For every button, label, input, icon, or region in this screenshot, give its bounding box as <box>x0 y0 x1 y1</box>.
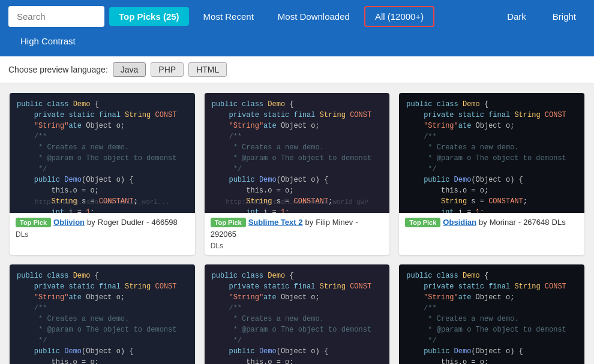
theme-card-1: public class Demo { private static final… <box>10 93 195 255</box>
lang-html-button[interactable]: HTML <box>188 62 227 77</box>
theme-dl-label-3: DLs <box>552 218 566 227</box>
bright-button[interactable]: Bright <box>543 7 586 26</box>
theme-card-5: public class Demo { private static final… <box>205 264 390 364</box>
all-button[interactable]: All (12000+) <box>364 6 434 27</box>
theme-downloads-2: 292065 <box>211 230 236 239</box>
search-input[interactable] <box>8 6 104 27</box>
theme-downloads-3: 267648 <box>523 218 549 227</box>
dark-button[interactable]: Dark <box>497 7 536 26</box>
most-downloaded-button[interactable]: Most Downloaded <box>268 7 359 26</box>
top-picks-button[interactable]: Top Picks (25) <box>109 7 189 26</box>
code-preview-1[interactable]: public class Demo { private static final… <box>10 93 195 213</box>
theme-author-1: by <box>87 218 95 227</box>
theme-card-4: public class Demo { private static final… <box>10 264 195 364</box>
lang-java-button[interactable]: Java <box>113 62 146 77</box>
theme-card-2: public class Demo { private static final… <box>205 93 390 255</box>
theme-name-2[interactable]: Sublime Text 2 <box>248 218 303 227</box>
high-contrast-button[interactable]: High Contrast <box>11 32 85 50</box>
theme-author-name-2: Filip Minev <box>316 218 353 227</box>
theme-downloads-sep-1: - <box>146 218 149 227</box>
theme-card-3: public class Demo { private static final… <box>399 93 584 255</box>
card-dl-2: DLs <box>211 242 384 250</box>
theme-author-3: by <box>479 218 487 227</box>
card-info-1: Top Pick Oblivion by Roger Dudler - 4665… <box>10 213 195 243</box>
code-preview-2[interactable]: public class Demo { private static final… <box>205 93 390 213</box>
code-preview-3[interactable]: public class Demo { private static final… <box>399 93 584 213</box>
code-preview-6[interactable]: public class Demo { private static final… <box>399 264 584 364</box>
top-pick-badge-1: Top Pick <box>16 218 51 227</box>
theme-downloads-1: 466598 <box>151 218 177 227</box>
theme-card-6: public class Demo { private static final… <box>399 264 584 364</box>
theme-name-1[interactable]: Oblivion <box>53 218 85 227</box>
card-info-2: Top Pick Sublime Text 2 by Filip Minev -… <box>205 213 390 255</box>
theme-author-name-3: Morinar <box>490 218 516 227</box>
lang-php-button[interactable]: PHP <box>151 62 184 77</box>
theme-downloads-sep-2: - <box>355 218 358 227</box>
card-dl-1: DLs <box>16 230 189 239</box>
theme-name-3[interactable]: Obsidian <box>443 218 476 227</box>
lang-bar-label: Choose preview language: <box>8 65 108 74</box>
card-info-3: Top Pick Obsidian by Morinar - 267648 DL… <box>399 213 584 232</box>
theme-grid: public class Demo { private static final… <box>0 83 594 364</box>
code-preview-5[interactable]: public class Demo { private static final… <box>205 264 390 364</box>
language-bar: Choose preview language: Java PHP HTML <box>0 56 594 83</box>
most-recent-button[interactable]: Most Recent <box>194 7 263 26</box>
top-pick-badge-3: Top Pick <box>405 218 440 227</box>
code-preview-4[interactable]: public class Demo { private static final… <box>10 264 195 364</box>
header: Top Picks (25) Most Recent Most Download… <box>0 0 594 56</box>
theme-downloads-sep-3: - <box>518 218 521 227</box>
top-pick-badge-2: Top Pick <box>211 218 246 227</box>
theme-author-2: by <box>305 218 313 227</box>
theme-author-name-1: Roger Dudler <box>98 218 144 227</box>
